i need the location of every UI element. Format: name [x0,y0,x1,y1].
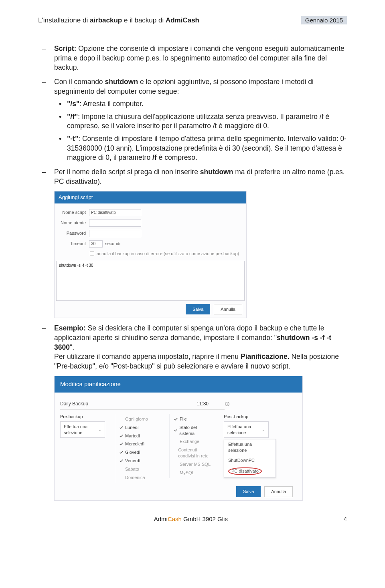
day-item[interactable]: Ogni giorno [119,415,156,423]
dropdown-item-pcdisattivato[interactable]: PC disattivato [224,465,276,477]
col-days: Ogni giornoLunedìMartedìMercoledìGiovedì… [115,414,160,483]
opt-s-flag: "/s" [67,100,79,108]
label-nome-utente: Nome utente [60,220,89,226]
opt-t-p2: è compreso. [157,153,197,161]
col-postbackup: Post-backup Effettua una selezione ⌄ Eff… [224,414,276,483]
textarea-script[interactable]: shutdown -s -f -t 30 [56,261,245,301]
dialog-buttons: Salva Annulla [55,301,246,318]
naming-b: shutdown [200,168,233,176]
opt-s: "/s": Arresta il computer. [54,99,347,109]
day-item[interactable]: Domenica [119,473,156,482]
row-name: Nome script PC disattivato [55,207,246,218]
dropdown-postbackup: Effettua una selezione ShutDownPC PC dis… [224,439,276,477]
row-timeout: Timeout 30 secondi [55,239,246,249]
col-types: FileStato del sistemaExchangeContenuti c… [169,414,214,483]
esempio-b1: Esempio: [54,324,88,332]
hdr-b1: airbackup [90,16,122,24]
ftr-rest: GmbH 3902 Glis [182,516,228,522]
type-item[interactable]: Contenuti condivisi in rete [174,446,211,460]
opt-s-rest: : Arresta il computer. [79,100,144,108]
hdr-mid: e il backup di [122,16,166,24]
col-prebackup: Pre-backup Effettua una selezione ⌄ [60,414,105,483]
opt-t-p1: : Consente di impostare il tempo d'attes… [67,135,346,161]
dialog-title: Aggiungi script [55,191,246,203]
item-script: Script: Opzione che consente di impostar… [38,44,347,72]
dropdown-item-none[interactable]: Effettua una selezione [224,439,276,455]
checkbox-cancel-on-error[interactable] [90,252,94,256]
footer-center: AdmiCash GmbH 3902 Glis [38,516,344,522]
input-nome-script[interactable]: PC disattivato [89,209,141,216]
day-item[interactable]: Martedì [119,432,156,440]
shutdown-b: shutdown [105,78,138,86]
input-nome-utente[interactable] [89,219,141,227]
save-button[interactable]: Salva [186,304,211,315]
save-button[interactable]: Salva [236,486,261,497]
row-daily: Daily Backup 11:30 [60,398,297,410]
day-item[interactable]: Lunedì [119,423,156,432]
cancel-button[interactable]: Annulla [264,486,293,497]
cancel-button[interactable]: Annulla [214,304,242,315]
page-footer: AdmiCash GmbH 3902 Glis 4 [38,513,347,522]
esempio-p2: ". [70,343,74,351]
screenshot-modifica-pianificazione: Modifica pianificazione Daily Backup 11:… [54,376,303,500]
label-timeout: Timeout [60,241,89,247]
item-naming: Per il nome dello script si prega di non… [38,167,347,186]
day-item[interactable]: Mercoledì [119,440,156,448]
chevron-down-icon: ⌄ [262,427,265,432]
script-text: Opzione che consente di impostare i coma… [54,44,344,71]
type-item[interactable]: Server MS SQL [174,460,211,469]
opt-t: "-t": Consente di impostare il tempo d'a… [54,134,347,163]
shutdown-p1: Con il comando [54,78,105,86]
select-prebackup[interactable]: Effettua una selezione ⌄ [60,421,105,438]
day-item[interactable]: Sabato [119,465,156,473]
item-esempio: Esempio: Se si desidera che il computer … [38,324,347,371]
naming-p1: Per il nome dello script si prega di non… [54,168,200,176]
days-list: Ogni giornoLunedìMartedìMercoledìGiovedì… [115,414,160,483]
opt-f-rest: : Impone la chiusura dell'applicazione u… [67,113,329,130]
header-title: L'installazione di airbackup e il backup… [38,16,199,24]
row-cancel-on-error: annulla il backup in caso di errore (se … [55,249,246,258]
type-item[interactable]: Exchange [174,437,211,446]
day-item[interactable]: Venerdì [119,457,156,465]
dialog2-title: Modifica pianificazione [55,376,302,392]
page-header: L'installazione di airbackup e il backup… [38,16,347,26]
select-prebackup-value: Effettua una selezione [64,424,98,436]
dialog2-buttons: Salva Annulla [60,483,297,500]
esempio-b3: Pianificazione [241,352,288,360]
input-password[interactable] [89,230,141,237]
circled-highlight-icon: PC disattivato [228,467,262,475]
input-plan-name[interactable]: Daily Backup [60,398,197,410]
input-timeout[interactable]: 30 [89,240,103,248]
label-password: Password [60,230,89,236]
unit-timeout: secondi [105,241,120,247]
ftr-cash: Cash [168,516,182,522]
script-label: Script: [54,44,78,52]
header-date: Gennaio 2015 [301,16,347,24]
type-item[interactable]: MySQL [174,469,211,477]
type-item[interactable]: File [174,415,211,423]
input-time[interactable]: 11:30 [197,398,225,410]
item-shutdown: Con il comando shutdown e le opzioni agg… [38,77,347,163]
footer-page: 4 [344,516,347,522]
type-item[interactable]: Stato del sistema [174,423,211,438]
opt-t-flag: "-t" [67,135,78,143]
row-password: Password [55,228,246,239]
value-nome-script: PC disattivato [91,210,116,215]
label-prebackup: Pre-backup [60,414,105,420]
dropdown-item-shutdownpc[interactable]: ShutDownPC [224,455,276,465]
opt-f: "/f": Impone la chiusura dell'applicazio… [54,112,347,131]
day-item[interactable]: Giovedì [119,448,156,457]
ftr-admi: Admi [154,516,168,522]
esempio-p3: Per utilizzare il comando appena imposta… [54,352,241,360]
hdr-pre: L'installazione di [38,16,90,24]
clock-icon [225,399,230,409]
opt-f-flag: "/f" [67,113,78,121]
hdr-b2: AdmiCash [166,16,199,24]
screenshot-aggiungi-script: Aggiungi script Nome script PC disattiva… [54,191,247,318]
select-postbackup[interactable]: Effettua una selezione ⌄ [224,421,269,438]
label-nome-script: Nome script [60,209,89,215]
types-list: FileStato del sistemaExchangeContenuti c… [169,414,214,478]
label-postbackup: Post-backup [224,414,276,420]
row-user: Nome utente [55,218,246,228]
label-cancel-on-error: annulla il backup in caso di errore (se … [97,251,239,257]
